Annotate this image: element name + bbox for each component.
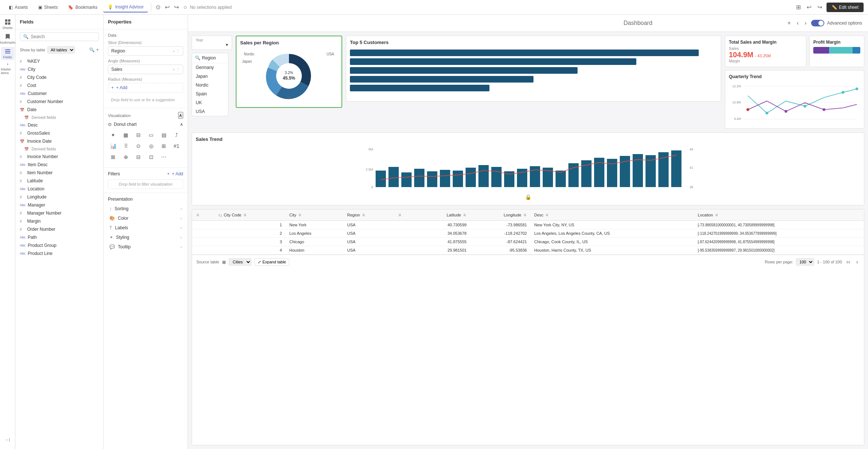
angle-expand-button[interactable]: › — [173, 67, 174, 72]
field-item-longitude[interactable]: # Longitude — [15, 193, 103, 201]
add-field-button[interactable]: + — [96, 47, 99, 52]
viz-icon-scatter[interactable]: ⠿ — [121, 141, 131, 151]
table-row[interactable]: 2 Los Angeles USA 34.053678 -118.242702 … — [192, 229, 864, 238]
region-item-spain[interactable]: Spain — [192, 90, 228, 98]
viz-icon-area[interactable]: ▤ — [159, 130, 169, 140]
col-header-longitude[interactable]: Longitude ≡ — [470, 209, 531, 221]
col-header-city[interactable]: City ≡ — [286, 209, 344, 221]
viz-icon-pie[interactable]: ⊙ — [133, 141, 144, 151]
region-item-usa[interactable]: USA — [192, 107, 228, 116]
viz-icon-gauge[interactable]: ◎ — [146, 141, 156, 151]
prev-page-button[interactable]: ‹‹ — [845, 257, 852, 267]
viz-icon-number[interactable]: #1 — [171, 141, 182, 151]
radius-add-button[interactable]: + + Add — [108, 83, 183, 92]
field-item-city[interactable]: Abc City — [15, 65, 103, 73]
viz-icon-bar[interactable]: ▦ — [121, 130, 131, 140]
redo-button[interactable]: ↪ — [173, 2, 180, 12]
edit-sheet-button[interactable]: ✏️ Edit sheet — [827, 3, 864, 12]
field-item-customer[interactable]: Abc Customer — [15, 90, 103, 98]
col-header-desc[interactable]: Desc ≡ — [531, 209, 694, 221]
filter-fields-button[interactable]: 🔍 — [89, 47, 95, 52]
collapse-sidebar-button[interactable]: ←| — [1, 433, 14, 446]
filters-add-button[interactable]: + + Add — [167, 171, 183, 176]
tab-assets[interactable]: ◧ Assets — [4, 3, 32, 12]
viz-icon-line[interactable]: ⤴ — [171, 130, 182, 140]
source-table-select[interactable]: Cities — [229, 258, 252, 266]
field-item-location[interactable]: Abc Location — [15, 185, 103, 193]
field-item-manager[interactable]: Abc Manager — [15, 201, 103, 209]
region-item-nordic[interactable]: Nordic — [192, 81, 228, 90]
grid-view-button[interactable]: ⊞ — [795, 2, 802, 12]
presentation-color[interactable]: 🎨 Color › — [108, 213, 183, 223]
viz-icon-pivot[interactable]: ⊞ — [159, 141, 169, 151]
col-header-location[interactable]: Location ≡ — [694, 209, 864, 221]
angle-field-row[interactable]: Sales › ⋮ — [108, 65, 183, 74]
col-header-menu[interactable]: ≡ — [192, 209, 214, 221]
slice-expand-button[interactable]: › — [173, 49, 174, 54]
add-sheet-button[interactable]: + — [786, 18, 792, 28]
field-item-productline[interactable]: Abc Product Line — [15, 249, 103, 258]
col-header-latitude[interactable]: Latitude ≡ — [416, 209, 470, 221]
sidebar-master-button[interactable]: Master items — [1, 62, 14, 75]
lasso-button[interactable]: ⊙ — [154, 2, 162, 12]
region-item-uk[interactable]: UK — [192, 98, 228, 107]
search-input-wrap[interactable]: 🔍 — [20, 32, 99, 41]
field-item-invoicenumber[interactable]: # Invoice Number — [15, 153, 103, 161]
circle-button[interactable]: ○ — [182, 3, 188, 12]
redo2-button[interactable]: ↪ — [816, 2, 824, 12]
viz-icon-treemap[interactable]: ⊠ — [108, 152, 118, 162]
field-item-desc[interactable]: Abc Desc — [15, 121, 103, 129]
presentation-sorting[interactable]: ↕ Sorting › — [108, 204, 183, 213]
field-item-itemdesc[interactable]: Abc Item Desc — [15, 161, 103, 169]
next-page-button[interactable]: › — [855, 257, 860, 267]
table-row[interactable]: 3 Chicago USA 41.875555 -87.624421 Chica… — [192, 238, 864, 246]
viz-icon-table[interactable]: ⊟ — [133, 130, 144, 140]
field-item-productgroup[interactable]: Abc Product Group — [15, 241, 103, 249]
angle-menu-button[interactable]: ⋮ — [176, 67, 180, 72]
col-header-citycode[interactable]: ↑↓ City Code ≡ — [214, 209, 286, 221]
table-selector[interactable]: All tables — [47, 46, 75, 54]
viz-icon-magic[interactable]: ✦ — [108, 130, 118, 140]
year-filter-select[interactable]: ▾ — [196, 42, 228, 47]
field-item-managernumber[interactable]: # Manager Number — [15, 209, 103, 217]
sidebar-sheets-button[interactable]: Sheets — [1, 18, 14, 31]
table-scroll[interactable]: ≡ ↑↓ City Code ≡ — [192, 209, 864, 255]
field-item-path[interactable]: Abc Path — [15, 233, 103, 241]
field-item-latitude[interactable]: # Latitude — [15, 177, 103, 185]
field-item-derived-date[interactable]: 📅 Derived fields — [15, 114, 103, 121]
slice-field-row[interactable]: Region › ⋮ — [108, 46, 183, 56]
tab-insight-advisor[interactable]: 💡 Insight Advisor — [103, 2, 148, 12]
field-item-date[interactable]: 📅 Date — [15, 106, 103, 114]
viz-icon-more[interactable]: ⋯ — [159, 152, 169, 162]
field-item-citycode[interactable]: # City Code — [15, 73, 103, 81]
viz-icon-network[interactable]: ⊕ — [121, 152, 131, 162]
presentation-tooltip[interactable]: 💬 Tooltip › — [108, 242, 183, 252]
next-sheet-button[interactable]: › — [803, 18, 808, 28]
year-filter-box[interactable]: Year ▾ — [192, 36, 232, 50]
tab-sheets[interactable]: ▣ Sheets — [34, 3, 62, 12]
viz-icon-kpi[interactable]: ▭ — [146, 130, 156, 140]
col-header-region[interactable]: Region ≡ — [344, 209, 394, 221]
field-item-invoicedate[interactable]: 📅 Invoice Date — [15, 137, 103, 145]
viz-icon-combo[interactable]: 📊 — [108, 141, 118, 151]
viz-icon-sankey[interactable]: ⊟ — [133, 152, 144, 162]
region-item-japan[interactable]: Japan — [192, 72, 228, 81]
presentation-styling[interactable]: ✦ Styling › — [108, 233, 183, 242]
tab-bookmarks[interactable]: 🔖 Bookmarks — [64, 3, 102, 12]
field-item-ordernumber[interactable]: # Order Number — [15, 225, 103, 233]
search-input[interactable] — [31, 34, 95, 39]
undo2-button[interactable]: ↩ — [805, 2, 813, 12]
table-row[interactable]: 1 New York USA 40.730599 -73.986581 New … — [192, 221, 864, 229]
rows-per-page-select[interactable]: 100 — [796, 258, 814, 266]
toggle-switch[interactable] — [811, 20, 824, 26]
field-item-cost[interactable]: # Cost — [15, 81, 103, 90]
field-item-grosssales[interactable]: # GrossSales — [15, 129, 103, 137]
expand-table-button[interactable]: ⤢ Expand table — [254, 258, 289, 266]
field-item-customernumber[interactable]: # Customer Number — [15, 98, 103, 106]
table-row[interactable]: 4 Houston USA 29.981501 -95.53836 Housto… — [192, 246, 864, 255]
sidebar-bookmarks-button[interactable]: Bookmarks — [1, 32, 14, 45]
field-item-margin[interactable]: # Margin — [15, 217, 103, 225]
viz-icon-map[interactable]: ⊡ — [146, 152, 156, 162]
viz-type-selector[interactable]: ⊙ Donut chart ∧ — [108, 122, 183, 127]
viz-collapse-button[interactable]: ∧ — [178, 112, 183, 119]
